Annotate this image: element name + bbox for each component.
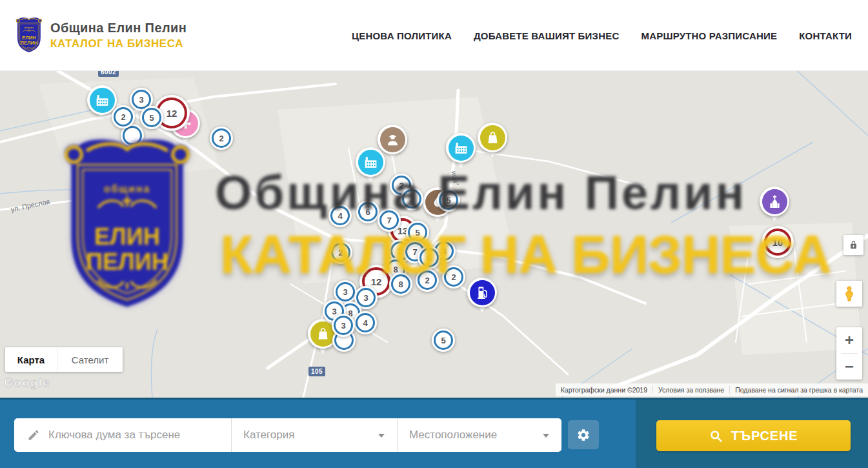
keyword-field-section [14, 418, 231, 452]
zoom-control: + − [836, 327, 862, 380]
map-cluster-marker[interactable]: 5 [437, 188, 460, 212]
keyword-search-input[interactable] [48, 429, 231, 442]
attribution-copyright: Картографски данни ©2019 [556, 386, 652, 394]
search-fields-group: Категория Местоположение [14, 418, 561, 452]
zoom-out-button[interactable]: − [836, 354, 862, 380]
map-cluster-marker[interactable]: 2 [210, 127, 233, 150]
municipality-crest-icon [14, 17, 44, 54]
map-markers-layer: 31225223564137522748812822338343510 [0, 71, 868, 398]
gas-pump-icon [467, 278, 497, 307]
google-logo[interactable]: Google [4, 376, 50, 390]
nav-item-add-business[interactable]: ДОБАВЕТЕ ВАШИЯТ БИЗНЕС [474, 30, 619, 41]
search-icon [709, 429, 723, 443]
map-pin-marker[interactable] [467, 278, 497, 307]
street-view-pegman[interactable] [836, 281, 862, 307]
attribution-terms-link[interactable]: Условия за ползване [652, 386, 729, 394]
map-pin-marker[interactable] [478, 123, 507, 152]
site-logo[interactable]: Община Елин Пелин КАТАЛОГ НА БИЗНЕСА [14, 17, 187, 54]
map-cluster-marker[interactable]: 5 [432, 329, 455, 352]
gear-icon [576, 428, 590, 442]
map-cluster-marker[interactable]: 5 [140, 106, 163, 129]
map-pin-marker[interactable] [356, 147, 385, 177]
shopping-bag-icon [478, 123, 507, 152]
map-pin-marker[interactable] [760, 187, 789, 216]
map-type-satellite-button[interactable]: Сателит [57, 347, 123, 372]
map-cluster-marker[interactable]: 2 [329, 241, 352, 264]
category-select[interactable]: Категория [231, 418, 397, 452]
fullscreen-lock-button[interactable] [843, 235, 863, 255]
map-cluster-marker[interactable]: 2 [112, 105, 135, 128]
map-cluster-marker[interactable]: 3 [332, 314, 355, 337]
advanced-settings-button[interactable] [568, 420, 599, 449]
lock-icon [849, 240, 858, 250]
map-canvas[interactable]: 6002 105 ул. Преслав бул. „Новосел ици" … [0, 71, 868, 398]
nav-item-contacts[interactable]: КОНТАКТИ [799, 30, 852, 41]
factory-icon [356, 147, 385, 177]
map-cluster-marker[interactable]: 4 [354, 311, 377, 334]
category-select-label: Категория [243, 429, 294, 442]
factory-icon [446, 133, 476, 163]
search-bar: Категория Местоположение ТЪРСЕНЕ [0, 398, 868, 468]
map-cluster-marker[interactable]: 2 [442, 265, 465, 289]
search-button-label: ТЪРСЕНЕ [731, 429, 798, 443]
site-subtitle: КАТАЛОГ НА БИЗНЕСА [50, 37, 187, 50]
nav-item-route-schedule[interactable]: МАРШРУТНО РАЗПИСАНИЕ [641, 30, 777, 41]
site-title: Община Елин Пелин [50, 21, 187, 36]
map-cluster-marker[interactable]: 10 [762, 226, 794, 258]
map-type-map-button[interactable]: Карта [5, 347, 57, 372]
pencil-icon [27, 429, 40, 442]
map-cluster-marker[interactable]: 7 [378, 209, 401, 232]
map-attribution: Картографски данни ©2019 Условия за полз… [556, 383, 868, 396]
map-cluster-marker[interactable]: 8 [418, 246, 441, 269]
chevron-down-icon [378, 434, 385, 438]
main-nav: ЦЕНОВА ПОЛИТИКА ДОБАВЕТЕ ВАШИЯТ БИЗНЕС М… [352, 0, 852, 71]
location-select[interactable]: Местоположение [397, 418, 561, 452]
zoom-in-button[interactable]: + [836, 327, 862, 353]
map-cluster-marker[interactable]: 4 [328, 204, 352, 227]
map-cluster-marker[interactable]: 3 [400, 187, 423, 210]
attribution-report-link[interactable]: Подаване на сигнал за грешка в картата [729, 386, 868, 394]
search-button[interactable]: ТЪРСЕНЕ [656, 420, 851, 451]
church-icon [760, 187, 789, 216]
header: Община Елин Пелин КАТАЛОГ НА БИЗНЕСА ЦЕН… [0, 0, 868, 71]
pegman-icon [841, 285, 858, 302]
map-type-control: Карта Сателит [5, 347, 123, 372]
map-pin-marker[interactable] [446, 133, 476, 163]
map-cluster-marker[interactable]: 8 [389, 272, 412, 296]
nav-item-pricing[interactable]: ЦЕНОВА ПОЛИТИКА [352, 30, 452, 41]
chevron-down-icon [543, 434, 549, 438]
location-select-label: Местоположение [409, 429, 497, 442]
map-cluster-marker[interactable]: 6 [356, 200, 379, 223]
map-cluster-marker[interactable]: 2 [416, 269, 439, 292]
